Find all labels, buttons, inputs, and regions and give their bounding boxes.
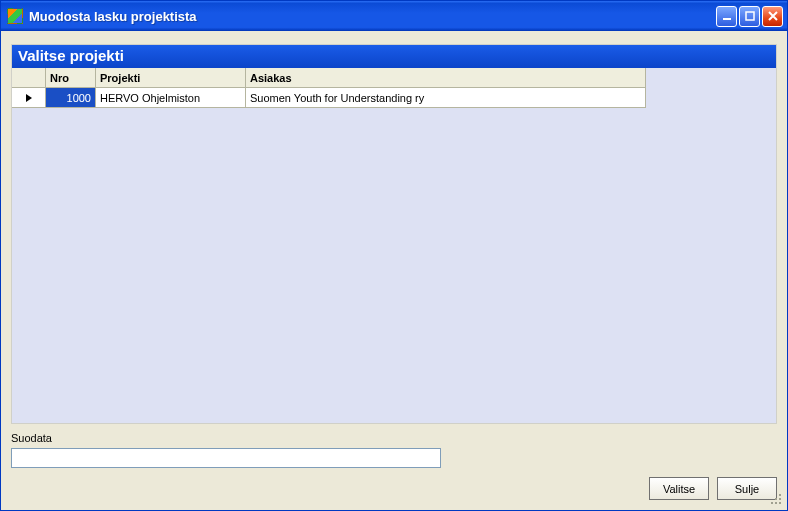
column-header-nro[interactable]: Nro xyxy=(46,68,96,88)
titlebar: Muodosta lasku projektista xyxy=(1,1,787,31)
project-grid[interactable]: Nro Projekti Asiakas 1000 HERVO Ohjelmis… xyxy=(12,68,646,108)
resize-grip-icon[interactable] xyxy=(769,492,783,506)
panel-title: Valitse projekti xyxy=(12,45,776,68)
close-button[interactable] xyxy=(762,6,783,27)
filter-label: Suodata xyxy=(11,432,777,444)
current-row-indicator-icon xyxy=(26,94,32,102)
window-title: Muodosta lasku projektista xyxy=(29,9,716,24)
svg-rect-5 xyxy=(771,502,773,504)
cell-asiakas[interactable]: Suomen Youth for Understanding ry xyxy=(246,88,646,108)
minimize-button[interactable] xyxy=(716,6,737,27)
column-header-asiakas[interactable]: Asiakas xyxy=(246,68,646,88)
svg-rect-7 xyxy=(779,502,781,504)
table-row[interactable]: 1000 HERVO Ohjelmiston Suomen Youth for … xyxy=(12,88,646,108)
cell-projekti[interactable]: HERVO Ohjelmiston xyxy=(96,88,246,108)
content-area: Valitse projekti Nro Projekti Asiakas 10… xyxy=(5,32,783,506)
filter-area: Suodata xyxy=(11,432,777,468)
grid-header-row: Nro Projekti Asiakas xyxy=(12,68,646,88)
svg-rect-6 xyxy=(775,502,777,504)
maximize-button[interactable] xyxy=(739,6,760,27)
app-icon xyxy=(7,8,23,24)
row-indicator-cell[interactable] xyxy=(12,88,46,108)
dialog-window: Muodosta lasku projektista Valitse proje… xyxy=(0,0,788,511)
window-controls xyxy=(716,6,783,27)
svg-rect-0 xyxy=(723,18,731,20)
svg-rect-4 xyxy=(779,498,781,500)
filter-input[interactable] xyxy=(11,448,441,468)
close-dialog-button[interactable]: Sulje xyxy=(717,477,777,500)
row-header-corner[interactable] xyxy=(12,68,46,88)
svg-rect-2 xyxy=(779,494,781,496)
svg-rect-1 xyxy=(746,12,754,20)
select-button[interactable]: Valitse xyxy=(649,477,709,500)
project-panel: Valitse projekti Nro Projekti Asiakas 10… xyxy=(11,44,777,424)
svg-rect-3 xyxy=(775,498,777,500)
column-header-projekti[interactable]: Projekti xyxy=(96,68,246,88)
dialog-buttons: Valitse Sulje xyxy=(649,477,777,500)
cell-nro[interactable]: 1000 xyxy=(46,88,96,108)
